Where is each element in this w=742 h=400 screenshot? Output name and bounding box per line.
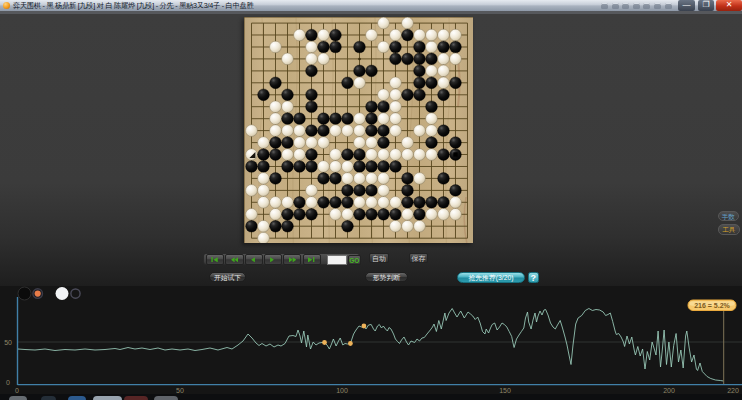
svg-text:150: 150 — [499, 387, 511, 394]
svg-text:100: 100 — [336, 387, 348, 394]
svg-text:0: 0 — [6, 379, 10, 386]
svg-text:50: 50 — [176, 387, 184, 394]
svg-text:220: 220 — [727, 387, 739, 394]
svg-text:200: 200 — [663, 387, 675, 394]
svg-text:216 = 5.2%: 216 = 5.2% — [694, 302, 730, 309]
svg-text:50: 50 — [4, 339, 12, 346]
svg-text:0: 0 — [15, 387, 19, 394]
